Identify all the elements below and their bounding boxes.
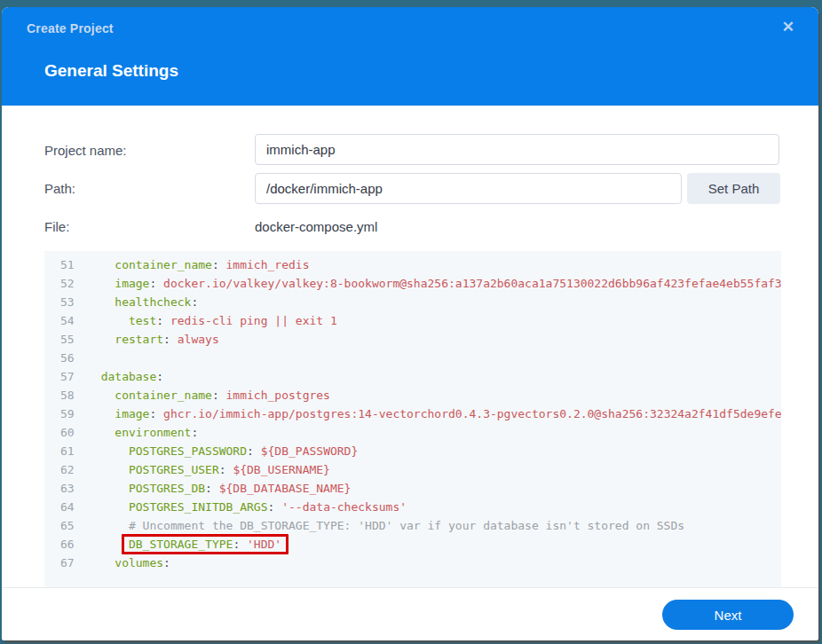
next-button[interactable]: Next	[662, 600, 794, 630]
code-line: 59 image: ghcr.io/immich-app/postgres:14…	[44, 404, 781, 423]
line-number: 60	[44, 423, 87, 442]
line-number: 56	[44, 349, 87, 367]
project-name-input[interactable]	[255, 134, 779, 165]
code-line: 55 restart: always	[44, 330, 781, 349]
line-number: 52	[44, 274, 87, 293]
code-line: 62 POSTGRES_USER: ${DB_USERNAME}	[44, 460, 781, 479]
file-value: docker-compose.yml	[255, 219, 377, 234]
line-number: 66	[44, 535, 87, 554]
code-line: 60 environment:	[44, 423, 781, 442]
line-number: 54	[44, 311, 87, 330]
line-number: 53	[44, 293, 87, 311]
code-line: 54 test: redis-cli ping || exit 1	[44, 311, 781, 330]
code-line: 58 container_name: immich_postgres	[44, 386, 781, 404]
line-number: 57	[44, 367, 87, 386]
line-number: 51	[44, 255, 87, 274]
file-label: File:	[44, 219, 69, 234]
line-number: 61	[44, 442, 87, 460]
page-title: General Settings	[44, 61, 178, 81]
code-line: 57 database:	[44, 367, 781, 386]
line-number: 67	[44, 554, 87, 572]
line-number: 64	[44, 498, 87, 516]
code-line: 67 volumes:	[44, 554, 781, 572]
dialog-header: Create Project ✕ General Settings	[2, 7, 818, 106]
window-title: Create Project	[27, 21, 114, 35]
line-number: 63	[44, 479, 87, 498]
line-number: 59	[44, 404, 87, 423]
code-line: 61 POSTGRES_PASSWORD: ${DB_PASSWORD}	[44, 442, 781, 460]
highlight-box: DB_STORAGE_TYPE: 'HDD'	[122, 534, 288, 554]
compose-code-editor[interactable]: 51 container_name: immich_redis52 image:…	[44, 251, 781, 587]
project-name-label: Project name:	[44, 143, 127, 158]
code-line: 64 POSTGRES_INITDB_ARGS: '--data-checksu…	[44, 498, 781, 516]
line-number: 55	[44, 330, 87, 349]
close-icon[interactable]: ✕	[780, 18, 796, 36]
code-line: 65 # Uncomment the DB_STORAGE_TYPE: 'HDD…	[44, 516, 781, 535]
code-line: 53 healthcheck:	[44, 293, 781, 311]
code-line: 66 DB_STORAGE_TYPE: 'HDD'	[44, 535, 781, 554]
code-line: 63 POSTGRES_DB: ${DB_DATABASE_NAME}	[44, 479, 781, 498]
path-input[interactable]	[255, 173, 682, 204]
code-line: 52 image: docker.io/valkey/valkey:8-book…	[44, 274, 781, 293]
code-line: 51 container_name: immich_redis	[44, 255, 781, 274]
create-project-dialog: Create Project ✕ General Settings Projec…	[2, 7, 818, 640]
line-number: 58	[44, 386, 87, 404]
path-label: Path:	[44, 181, 75, 196]
line-number: 65	[44, 516, 87, 535]
code-line: 56	[44, 349, 781, 367]
dialog-footer: Next	[2, 587, 818, 640]
line-number: 62	[44, 460, 87, 479]
set-path-button[interactable]: Set Path	[687, 173, 780, 204]
code-lines: 51 container_name: immich_redis52 image:…	[44, 255, 781, 572]
